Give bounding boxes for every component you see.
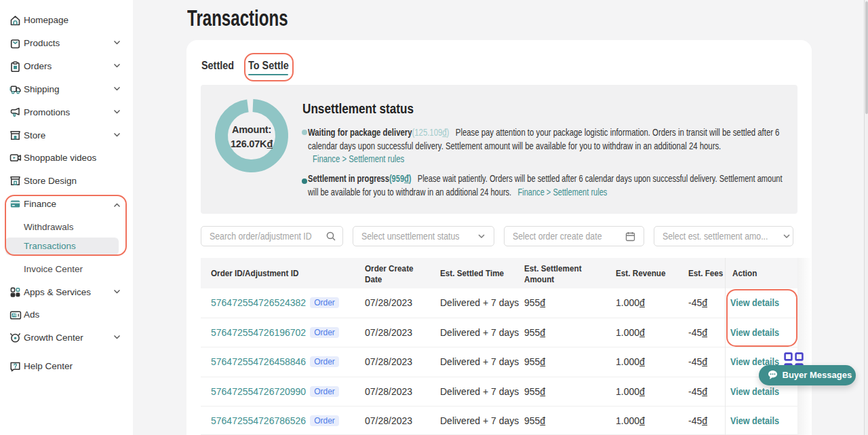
svg-text:AD: AD xyxy=(12,314,17,317)
